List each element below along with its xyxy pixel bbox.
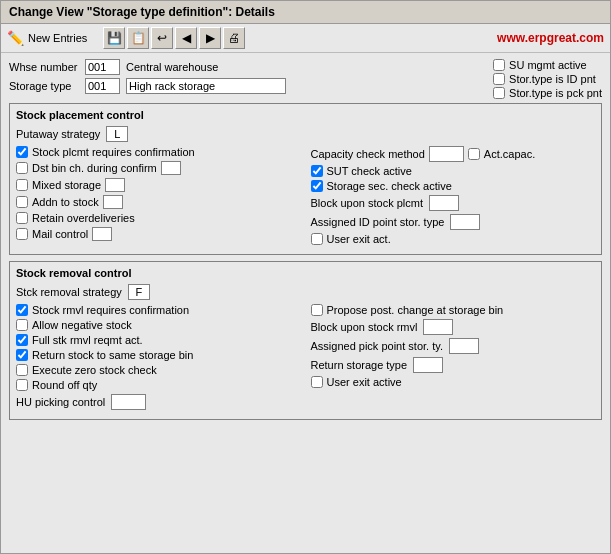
execute-zero-row: Execute zero stock check: [16, 364, 301, 376]
assigned-pick-input[interactable]: [449, 338, 479, 354]
user-exit-act-label: User exit act.: [327, 233, 391, 245]
su-mgmt-row: SU mgmt active: [493, 59, 602, 71]
assigned-id-input[interactable]: [450, 214, 480, 230]
toolbar-buttons: 💾 📋 ↩ ◀ ▶ 🖨: [103, 27, 245, 49]
header-left: Whse number Central warehouse Storage ty…: [9, 59, 473, 97]
assigned-id-label: Assigned ID point stor. type: [311, 216, 445, 228]
su-mgmt-label: SU mgmt active: [509, 59, 587, 71]
sut-check-label: SUT check active: [327, 165, 412, 177]
stock-placement-title: Stock placement control: [16, 108, 595, 122]
sut-check-checkbox[interactable]: [311, 165, 323, 177]
return-storage-input[interactable]: [413, 357, 443, 373]
website-label: www.erpgreat.com: [497, 31, 604, 45]
mail-control-label: Mail control: [32, 228, 88, 240]
storage-type-input[interactable]: [85, 78, 120, 94]
hu-picking-input[interactable]: [111, 394, 146, 410]
whse-number-input[interactable]: [85, 59, 120, 75]
mixed-storage-checkbox[interactable]: [16, 179, 28, 191]
retain-overdeliveries-checkbox[interactable]: [16, 212, 28, 224]
addn-to-stock-label: Addn to stock: [32, 196, 99, 208]
placement-col-right: Capacity check method Act.capac. SUT che…: [301, 146, 596, 248]
whse-number-desc: Central warehouse: [126, 61, 218, 73]
removal-strategy-input[interactable]: [128, 284, 150, 300]
addn-to-stock-input[interactable]: [103, 195, 123, 209]
hu-picking-row: HU picking control: [16, 394, 301, 410]
copy-btn[interactable]: 📋: [127, 27, 149, 49]
return-stock-checkbox[interactable]: [16, 349, 28, 361]
block-upon-stock-row: Block upon stock plcmt: [311, 195, 596, 211]
propose-post-row: Propose post. change at storage bin: [311, 304, 596, 316]
putaway-strategy-label: Putaway strategy: [16, 128, 100, 140]
user-exit-active-label: User exit active: [327, 376, 402, 388]
new-entries-label[interactable]: New Entries: [28, 32, 87, 44]
removal-strategy-row: Stck removal strategy: [16, 284, 595, 300]
stock-placement-section: Stock placement control Putaway strategy…: [9, 103, 602, 255]
stock-plcmt-row: Stock plcmt requires confirmation: [16, 146, 301, 158]
addn-to-stock-checkbox[interactable]: [16, 196, 28, 208]
back-btn[interactable]: ↩: [151, 27, 173, 49]
block-upon-rmvl-label: Block upon stock rmvl: [311, 321, 418, 333]
stock-rmvl-row: Stock rmvl requires confirmation: [16, 304, 301, 316]
allow-negative-checkbox[interactable]: [16, 319, 28, 331]
execute-zero-checkbox[interactable]: [16, 364, 28, 376]
user-exit-active-checkbox[interactable]: [311, 376, 323, 388]
putaway-strategy-row: Putaway strategy: [16, 126, 595, 142]
storage-type-desc[interactable]: [126, 78, 286, 94]
su-mgmt-checkbox[interactable]: [493, 59, 505, 71]
allow-negative-label: Allow negative stock: [32, 319, 132, 331]
capacity-check-row: Capacity check method Act.capac.: [311, 146, 596, 162]
new-entries-group: ✏️ New Entries: [7, 30, 87, 46]
title-bar: Change View "Storage type definition": D…: [1, 1, 610, 24]
stor-pck-pnt-checkbox[interactable]: [493, 87, 505, 99]
mail-control-input[interactable]: [92, 227, 112, 241]
stor-pck-pnt-row: Stor.type is pck pnt: [493, 87, 602, 99]
full-stk-label: Full stk rmvl reqmt act.: [32, 334, 143, 346]
user-exit-active-row: User exit active: [311, 376, 596, 388]
mixed-storage-input[interactable]: [105, 178, 125, 192]
return-storage-row: Return storage type: [311, 357, 596, 373]
block-upon-stock-input[interactable]: [429, 195, 459, 211]
return-storage-label: Return storage type: [311, 359, 408, 371]
removal-two-col: Stock rmvl requires confirmation Allow n…: [16, 304, 595, 413]
whse-number-row: Whse number Central warehouse: [9, 59, 473, 75]
full-stk-checkbox[interactable]: [16, 334, 28, 346]
save-btn[interactable]: 💾: [103, 27, 125, 49]
mail-control-checkbox[interactable]: [16, 228, 28, 240]
putaway-strategy-input[interactable]: [106, 126, 128, 142]
removal-strategy-label: Stck removal strategy: [16, 286, 122, 298]
stock-removal-title: Stock removal control: [16, 266, 595, 280]
storage-type-row: Storage type: [9, 78, 473, 94]
dst-bin-label: Dst bin ch. during confirm: [32, 162, 157, 174]
dst-bin-checkbox[interactable]: [16, 162, 28, 174]
main-content: Whse number Central warehouse Storage ty…: [1, 53, 610, 432]
stor-id-pnt-label: Stor.type is ID pnt: [509, 73, 596, 85]
next-btn[interactable]: ▶: [199, 27, 221, 49]
storage-sec-label: Storage sec. check active: [327, 180, 452, 192]
return-stock-label: Return stock to same storage bin: [32, 349, 193, 361]
hu-picking-label: HU picking control: [16, 396, 105, 408]
stock-rmvl-checkbox[interactable]: [16, 304, 28, 316]
block-upon-rmvl-input[interactable]: [423, 319, 453, 335]
storage-sec-checkbox[interactable]: [311, 180, 323, 192]
print-btn[interactable]: 🖨: [223, 27, 245, 49]
capacity-check-input[interactable]: [429, 146, 464, 162]
full-stk-row: Full stk rmvl reqmt act.: [16, 334, 301, 346]
act-capac-checkbox[interactable]: [468, 148, 480, 160]
dst-bin-input[interactable]: [161, 161, 181, 175]
mixed-storage-label: Mixed storage: [32, 179, 101, 191]
stock-plcmt-checkbox[interactable]: [16, 146, 28, 158]
execute-zero-label: Execute zero stock check: [32, 364, 157, 376]
round-off-checkbox[interactable]: [16, 379, 28, 391]
assigned-pick-label: Assigned pick point stor. ty.: [311, 340, 443, 352]
user-exit-act-checkbox[interactable]: [311, 233, 323, 245]
allow-negative-row: Allow negative stock: [16, 319, 301, 331]
placement-col-left: Stock plcmt requires confirmation Dst bi…: [16, 146, 301, 248]
addn-to-stock-row: Addn to stock: [16, 195, 301, 209]
prev-btn[interactable]: ◀: [175, 27, 197, 49]
round-off-label: Round off qty: [32, 379, 97, 391]
header-fields: Whse number Central warehouse Storage ty…: [9, 59, 602, 99]
stor-id-pnt-checkbox[interactable]: [493, 73, 505, 85]
act-capac-label: Act.capac.: [484, 148, 535, 160]
storage-type-label: Storage type: [9, 80, 79, 92]
propose-post-checkbox[interactable]: [311, 304, 323, 316]
